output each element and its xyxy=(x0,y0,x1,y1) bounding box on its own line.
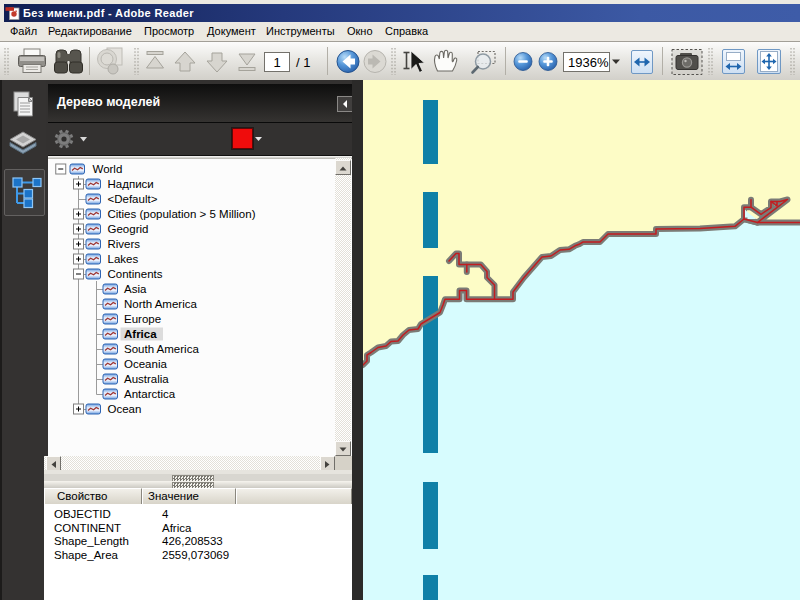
svg-text:<Default>: <Default> xyxy=(108,193,158,205)
svg-text:Rivers: Rivers xyxy=(108,238,141,250)
svg-text:South America: South America xyxy=(124,343,199,355)
svg-text:World: World xyxy=(93,163,123,175)
svg-text:Ocean: Ocean xyxy=(108,403,142,415)
svg-text:Geogrid: Geogrid xyxy=(108,223,149,235)
svg-text:Надписи: Надписи xyxy=(108,178,154,190)
svg-text:Africa: Africa xyxy=(124,328,157,340)
svg-text:Antarctica: Antarctica xyxy=(124,388,176,400)
svg-text:Australia: Australia xyxy=(124,373,169,385)
svg-text:/ 1: / 1 xyxy=(296,55,310,70)
svg-text:Cities (population > 5 Million: Cities (population > 5 Million) xyxy=(108,208,256,220)
svg-text:North America: North America xyxy=(124,298,197,310)
svg-text:1936%: 1936% xyxy=(568,55,609,70)
svg-text:Europe: Europe xyxy=(124,313,161,325)
svg-text:Asia: Asia xyxy=(124,283,147,295)
svg-text:1: 1 xyxy=(273,55,280,70)
svg-text:Continents: Continents xyxy=(108,268,163,280)
svg-text:Oceania: Oceania xyxy=(124,358,167,370)
svg-text:Lakes: Lakes xyxy=(108,253,139,265)
